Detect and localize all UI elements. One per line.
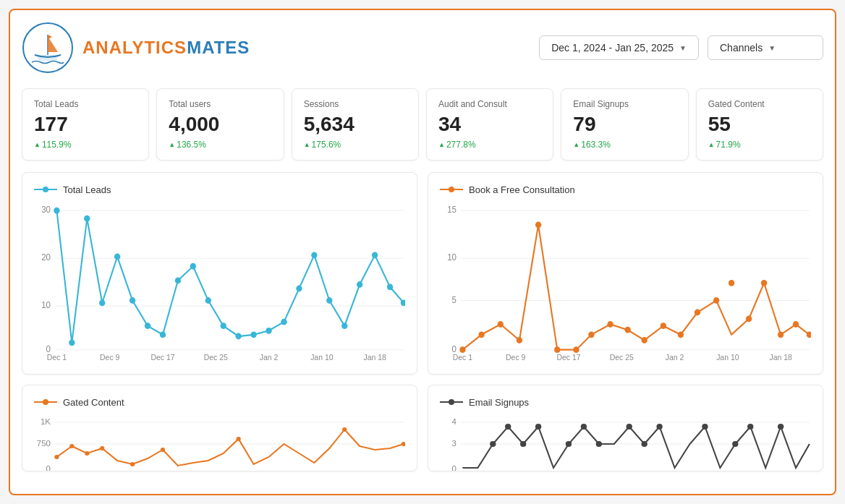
svg-text:10: 10 [447,252,457,262]
svg-point-35 [372,252,378,258]
gated-content-legend: Gated Content [34,397,405,408]
stat-value-sessions: 5,634 [304,112,407,137]
stat-card-email-signups: Email Signups 79 163.3% [561,88,688,161]
svg-point-71 [746,315,752,322]
svg-point-31 [311,252,317,258]
svg-text:Dec 25: Dec 25 [610,352,634,359]
svg-text:Dec 1: Dec 1 [453,352,472,359]
stat-card-total-leads: Total Leads 177 115.9% [22,88,149,161]
stat-card-audit-consult: Audit and Consult 34 277.8% [426,88,553,161]
svg-point-16 [84,215,90,221]
svg-text:1K: 1K [41,417,51,426]
svg-point-25 [221,323,226,329]
svg-text:30: 30 [41,205,51,215]
svg-point-93 [100,446,104,450]
gated-content-chart-card: Gated Content 1K 750 0 [22,385,417,471]
logo-text: ANALYTICSMATES [82,38,250,58]
svg-point-62 [588,331,594,338]
logo-text-part2: MATES [187,38,250,57]
stat-value-total-users: 4,000 [169,112,271,137]
svg-point-100 [449,399,454,405]
date-range-dropdown[interactable]: Dec 1, 2024 - Jan 25, 2025 ▼ [539,35,699,60]
stat-value-email-signups: 79 [573,112,676,137]
stat-label-email-signups: Email Signups [573,99,676,109]
email-signups-legend: Email Signups [440,397,811,408]
stat-value-total-leads: 177 [34,112,137,137]
svg-point-111 [581,424,587,430]
svg-point-98 [402,442,405,446]
svg-point-29 [281,318,286,325]
svg-text:Dec 9: Dec 9 [100,352,119,359]
svg-point-116 [702,424,708,430]
svg-point-66 [661,323,666,329]
svg-point-58 [517,337,522,343]
svg-point-5 [43,187,48,192]
consultation-legend: Book a Free Consultation [440,184,811,195]
app-container: ANALYTICSMATES Dec 1, 2024 - Jan 25, 202… [9,9,836,495]
svg-point-74 [793,321,799,328]
consultation-legend-icon [440,185,463,194]
svg-point-95 [161,448,165,452]
svg-point-33 [341,323,347,329]
total-leads-legend: Total Leads [34,184,405,195]
stat-label-audit-consult: Audit and Consult [438,99,541,109]
svg-point-65 [641,337,647,343]
stat-change-gated-content: 71.9% [708,140,811,150]
date-range-label: Dec 1, 2024 - Jan 25, 2025 [551,42,674,54]
svg-text:3: 3 [452,439,457,448]
svg-text:Jan 10: Jan 10 [310,352,333,359]
svg-point-59 [535,221,541,228]
svg-point-114 [641,441,647,447]
svg-point-46 [449,187,454,192]
svg-text:Dec 9: Dec 9 [506,352,525,359]
stat-label-total-users: Total users [169,99,271,109]
svg-point-56 [478,331,484,338]
email-signups-svg: 4 3 0 [440,414,811,471]
channels-dropdown[interactable]: Channels ▼ [708,35,823,60]
svg-text:Dec 25: Dec 25 [204,352,228,359]
stat-value-audit-consult: 34 [438,112,541,137]
svg-text:10: 10 [41,300,51,310]
svg-point-20 [145,323,150,329]
svg-text:0: 0 [452,464,457,471]
stat-label-total-leads: Total Leads [34,99,137,109]
svg-point-117 [732,441,738,447]
svg-point-72 [761,279,767,286]
svg-point-63 [607,321,613,328]
header: ANALYTICSMATES Dec 1, 2024 - Jan 25, 202… [22,22,823,74]
stat-card-total-users: Total users 4,000 136.5% [156,88,284,161]
svg-point-15 [69,339,75,346]
stat-card-gated-content: Gated Content 55 71.9% [696,88,823,161]
svg-text:Jan 18: Jan 18 [363,352,386,359]
stat-change-total-users: 136.5% [169,140,271,150]
svg-point-97 [342,427,347,432]
stat-card-sessions: Sessions 5,634 175.6% [292,88,419,161]
total-leads-legend-icon [34,185,57,194]
svg-point-17 [99,299,105,306]
stats-row: Total Leads 177 115.9% Total users 4,000… [22,88,823,161]
svg-point-21 [160,331,166,338]
logo-text-part1: ANALYTICS [82,38,187,57]
svg-point-23 [190,262,196,269]
svg-text:0: 0 [46,464,51,471]
svg-point-96 [237,437,241,441]
consultation-chart-title: Book a Free Consultation [469,184,575,195]
svg-point-112 [596,441,602,447]
svg-text:Dec 1: Dec 1 [47,352,67,359]
charts-grid: Total Leads 30 20 10 0 [22,172,823,471]
svg-point-118 [747,424,753,430]
svg-point-108 [520,441,526,447]
email-signups-chart-card: Email Signups 4 3 0 [428,385,823,471]
svg-point-27 [250,331,256,338]
total-leads-chart-title: Total Leads [63,184,111,195]
total-leads-svg: 30 20 10 0 [34,201,405,360]
svg-point-107 [505,424,511,430]
svg-point-64 [624,326,630,333]
channels-label: Channels [720,42,763,54]
svg-text:20: 20 [41,252,51,262]
total-leads-chart-card: Total Leads 30 20 10 0 [22,172,417,375]
svg-point-119 [778,424,784,430]
stat-value-gated-content: 55 [708,112,811,137]
svg-point-36 [387,283,393,290]
svg-text:Dec 17: Dec 17 [556,352,580,359]
